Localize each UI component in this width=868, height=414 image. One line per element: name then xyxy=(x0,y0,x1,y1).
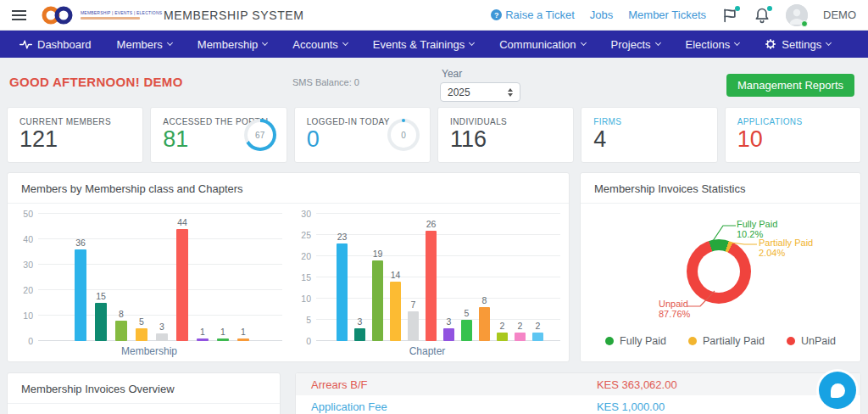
stat-card-current-members: CURRENT MEMBERS121 xyxy=(7,107,143,163)
bar-value-label: 1 xyxy=(200,327,205,337)
stat-card-accessed-the-portal: ACCESSED THE PORTAL8167 xyxy=(150,107,287,163)
select-spinner-icon xyxy=(508,88,513,97)
bar: 36 xyxy=(75,238,86,341)
y-tick-label: 50 xyxy=(14,209,33,219)
y-tick-label: 5 xyxy=(292,315,311,325)
stat-gauge: 0 xyxy=(387,119,420,151)
nav-item-communication[interactable]: Communication xyxy=(487,31,598,58)
nav-item-projects[interactable]: Projects xyxy=(598,31,673,58)
bar-value-label: 2 xyxy=(500,321,505,331)
chevron-down-icon xyxy=(342,40,348,46)
chevron-down-icon xyxy=(734,40,740,46)
help-icon xyxy=(491,9,502,20)
y-tick-label: 0 xyxy=(14,336,33,346)
bar: 44 xyxy=(176,217,188,341)
stat-label: INDIVIDUALS xyxy=(450,117,561,126)
year-label: Year xyxy=(442,68,462,80)
bar-rect xyxy=(532,333,543,341)
nav-item-label: Accounts xyxy=(292,38,337,51)
legend-label: Partially Paid xyxy=(703,335,765,347)
bar: 5 xyxy=(461,308,472,341)
bell-notification-dot xyxy=(767,6,772,11)
nav-item-membership[interactable]: Membership xyxy=(185,31,281,58)
jobs-link[interactable]: Jobs xyxy=(590,8,613,21)
invoice-item-label: Application Fee xyxy=(311,400,597,413)
legend-dot xyxy=(605,337,614,345)
bar-value-label: 5 xyxy=(465,308,470,318)
sms-balance: SMS Balance: 0 xyxy=(292,77,359,87)
bar-rect xyxy=(479,307,490,341)
bar: 7 xyxy=(408,299,419,341)
bar-value-label: 26 xyxy=(426,219,437,229)
management-reports-button[interactable]: Management Reports xyxy=(726,74,854,97)
chevron-down-icon xyxy=(262,40,268,46)
legend-item-fully-paid[interactable]: Fully Paid xyxy=(605,335,666,347)
bar: 2 xyxy=(515,321,526,341)
gauge-zero-dot xyxy=(402,119,405,122)
y-tick-label: 30 xyxy=(292,209,311,219)
user-name[interactable]: DEMO xyxy=(823,8,856,21)
year-select[interactable]: 2025 xyxy=(440,82,520,102)
invoices-overview-title: Membership Invoices Overview xyxy=(8,373,280,404)
nav-item-label: Projects xyxy=(611,38,651,51)
bar-value-label: 14 xyxy=(391,270,401,280)
online-status-dot xyxy=(801,20,808,27)
nav-item-elections[interactable]: Elections xyxy=(673,31,753,58)
bar-rect xyxy=(515,333,526,341)
page: MEMBERSHIP | EVENTS | ELECTIONS MEMBERSH… xyxy=(0,0,868,414)
bar: 2 xyxy=(532,321,543,341)
nav-item-events-trainings[interactable]: Events & Trainings xyxy=(360,31,487,58)
callout-line: 87.76% xyxy=(659,309,690,319)
bar-rect xyxy=(461,320,472,341)
bar-rect xyxy=(408,311,419,341)
bar-value-label: 5 xyxy=(139,316,144,327)
y-tick-label: 10 xyxy=(14,310,33,321)
logo-subtagline xyxy=(81,17,140,20)
stat-card-individuals: INDIVIDUALS116 xyxy=(437,107,574,163)
nav-item-settings[interactable]: Settings xyxy=(752,31,843,58)
nav-item-members[interactable]: Members xyxy=(104,31,185,58)
bell-icon[interactable] xyxy=(754,7,771,24)
main-nav: DashboardMembersMembershipAccountsEvents… xyxy=(0,31,868,58)
bar-chart-plot: 01020304050361585344111 xyxy=(38,214,286,341)
bar: 3 xyxy=(156,322,168,341)
bar-rect xyxy=(95,303,107,341)
member-tickets-link[interactable]: Member Tickets xyxy=(628,8,706,21)
bar-rect xyxy=(426,231,437,341)
membership-class-bar-chart: 01020304050361585344111Membership xyxy=(13,214,286,357)
legend-item-partially-paid[interactable]: Partially Paid xyxy=(688,335,765,347)
bar-value-label: 36 xyxy=(75,238,86,248)
y-tick-label: 15 xyxy=(292,272,311,283)
raise-ticket-link[interactable]: Raise a Ticket xyxy=(491,8,575,21)
bar-value-label: 8 xyxy=(119,309,124,319)
chat-icon xyxy=(831,383,845,398)
hamburger-menu-icon[interactable] xyxy=(12,8,26,23)
nav-item-label: Members xyxy=(117,38,163,51)
callout-line: Partially Paid xyxy=(759,238,813,248)
stat-label: FIRMS xyxy=(593,117,704,126)
stat-card-applications: APPLICATIONS10 xyxy=(725,107,861,163)
bar: 8 xyxy=(479,295,490,341)
y-tick-label: 20 xyxy=(14,285,33,295)
bar-value-label: 7 xyxy=(411,299,416,310)
chat-button[interactable] xyxy=(819,372,856,409)
invoice-item-amount: KES 1,000.00 xyxy=(597,400,665,413)
flag-icon[interactable] xyxy=(721,7,738,24)
bar-rect xyxy=(354,328,365,341)
stat-gauge: 67 xyxy=(244,119,276,151)
callout-line: Fully Paid xyxy=(737,219,777,229)
avatar[interactable] xyxy=(786,4,808,26)
y-tick-label: 0 xyxy=(292,336,311,346)
nav-item-accounts[interactable]: Accounts xyxy=(280,31,359,58)
stat-gauge-value: 0 xyxy=(391,122,416,148)
infinity-logo-icon xyxy=(40,4,75,26)
legend-item-unpaid[interactable]: UnPaid xyxy=(787,335,836,347)
x-axis-title: Chapter xyxy=(291,345,564,357)
bar-value-label: 1 xyxy=(241,327,246,337)
nav-item-dashboard[interactable]: Dashboard xyxy=(7,31,104,58)
charts-panel-title: Members by Membership class and Chapters xyxy=(8,173,569,204)
toolbar: GOOD AFTERNOON! DEMO SMS Balance: 0 Year… xyxy=(0,58,868,107)
bar: 2 xyxy=(497,321,508,341)
chevron-down-icon xyxy=(580,40,586,46)
grid-line: 50 xyxy=(38,213,282,214)
